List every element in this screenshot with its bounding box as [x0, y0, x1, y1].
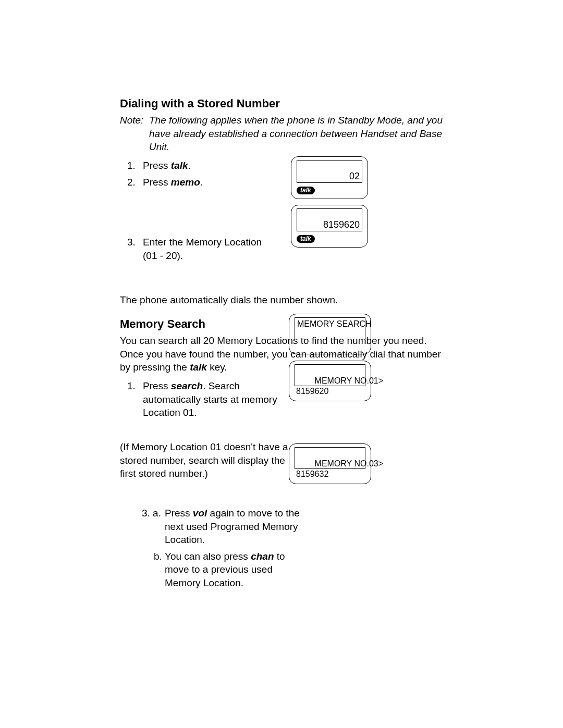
lcd-display-1: 02 talk: [291, 156, 368, 199]
step-text: You can also press chan to move to a pre…: [165, 550, 305, 590]
key-talk: talk: [171, 160, 188, 171]
lcd-line-2: 8159620: [296, 387, 328, 396]
lcd-screen: MEMORY SEARCH: [295, 317, 365, 339]
lcd-text: MEMORY NO.03>8159632: [296, 448, 383, 490]
step-label: 3. a.: [142, 507, 165, 547]
text: You can search all 20 Memory Locations t…: [120, 335, 441, 373]
search-step-1: 1. Press search. Search automatically st…: [120, 379, 443, 419]
lcd-line-1: MEMORY NO.01>: [310, 376, 383, 385]
lcd-text: 8159620: [323, 219, 360, 230]
step-3: 3. Enter the Memory Location (01 - 20).: [120, 236, 443, 262]
text: .: [200, 177, 203, 188]
key-talk: talk: [190, 362, 207, 373]
step-2: 2. Press memo.: [120, 176, 443, 189]
step-1: 1. Press talk.: [120, 159, 443, 172]
heading-memory-search: Memory Search: [120, 317, 443, 331]
para-2: (If Memory Location 01 doesn't have a st…: [120, 440, 297, 480]
text: Press: [143, 160, 171, 171]
note-label: Note:: [120, 114, 149, 154]
key-search: search: [171, 380, 203, 391]
text: Press: [165, 508, 193, 519]
step-number: 2.: [127, 176, 143, 189]
step-text: Enter the Memory Location (01 - 20).: [143, 236, 278, 262]
note-block: Note: The following applies when the pho…: [120, 114, 443, 154]
lcd-text: 02: [349, 171, 360, 181]
lcd-line-1: MEMORY NO.03>: [310, 459, 383, 468]
lcd-text: MEMORY SEARCH: [297, 319, 372, 329]
lcd-line-2: 8159632: [296, 470, 328, 478]
intro-text: You can search all 20 Memory Locations t…: [120, 334, 443, 374]
lcd-screen: MEMORY NO.03>8159632: [295, 447, 365, 469]
key-memo: memo: [171, 177, 200, 188]
lcd-display-4: MEMORY NO.01>8159620: [289, 361, 371, 401]
step-number: 1.: [127, 159, 143, 172]
lcd-text: MEMORY NO.01>8159620: [296, 365, 383, 407]
lcd-screen: 02: [297, 160, 362, 183]
text: key.: [207, 362, 227, 373]
lcd-display-2: 8159620 talk: [291, 205, 368, 248]
text: Press: [143, 380, 171, 391]
note-text: The following applies when the phone is …: [149, 114, 443, 154]
lcd-screen: MEMORY NO.01>8159620: [295, 364, 365, 386]
talk-pill-icon: talk: [297, 187, 315, 194]
key-chan: chan: [251, 551, 274, 562]
heading-dialing: Dialing with a Stored Number: [120, 97, 443, 110]
talk-pill-icon: talk: [297, 235, 315, 243]
step-text: Press search. Search automatically start…: [143, 379, 294, 419]
lcd-display-3: MEMORY SEARCH: [289, 314, 371, 354]
lcd-screen: 8159620: [297, 208, 362, 231]
step-number: 1.: [127, 379, 143, 419]
step-number: 3.: [127, 236, 143, 262]
text: .: [188, 160, 191, 171]
step-label: b.: [154, 550, 165, 590]
text: Press: [143, 177, 171, 188]
step-text: Press vol again to move to the next used…: [165, 507, 300, 547]
key-vol: vol: [193, 508, 207, 519]
step-3a: 3. a. Press vol again to move to the nex…: [142, 507, 443, 547]
lcd-display-5: MEMORY NO.03>8159632: [289, 443, 371, 484]
result-text: The phone automatically dials the number…: [120, 293, 443, 307]
text: You can also press: [165, 551, 251, 562]
step-3b: b. You can also press chan to move to a …: [154, 550, 443, 590]
